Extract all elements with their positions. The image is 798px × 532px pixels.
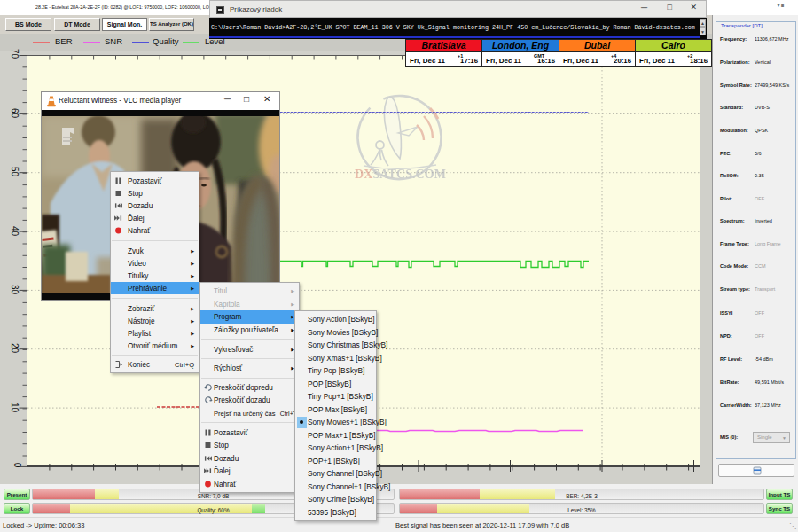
svg-text:DXSATCS.COM: DXSATCS.COM (355, 168, 446, 181)
